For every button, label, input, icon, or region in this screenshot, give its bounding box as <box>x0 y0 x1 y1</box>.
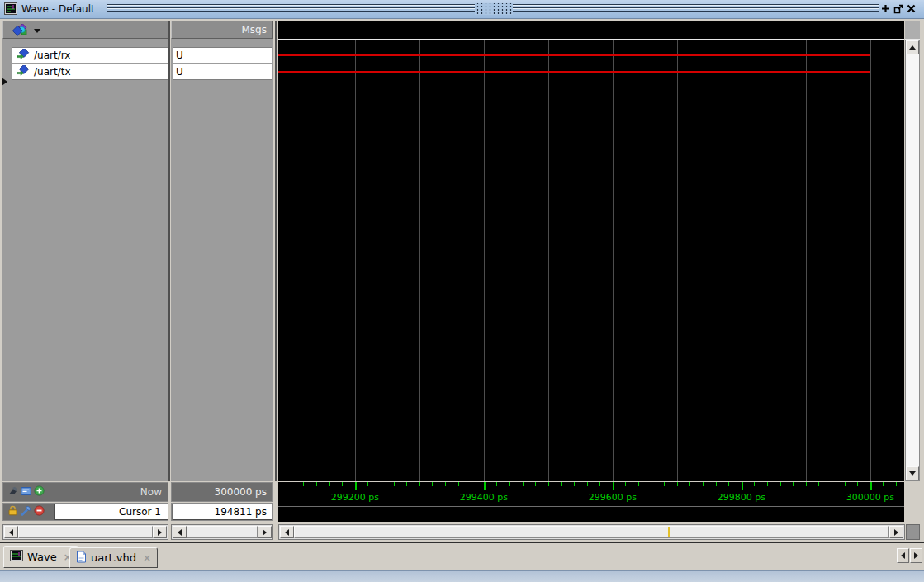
vertical-scrollbar-track[interactable] <box>905 40 920 481</box>
timeline-tick <box>638 482 639 486</box>
left-arrow-icon <box>174 529 182 536</box>
close-button[interactable] <box>906 3 917 14</box>
names-panel <box>2 39 168 481</box>
tab-bar: Wave × uart.vhd × <box>0 542 924 570</box>
down-arrow-icon <box>909 471 916 479</box>
gridline <box>419 40 420 481</box>
signal-row-rx[interactable]: /uart/rx <box>12 47 168 63</box>
dock-button[interactable] <box>880 3 891 14</box>
timeline-tick <box>857 482 858 486</box>
tab-close-icon[interactable]: × <box>143 552 151 564</box>
gridline <box>870 40 871 481</box>
tab-scroll-right-button[interactable] <box>910 548 922 563</box>
scroll-down-button[interactable] <box>906 466 919 480</box>
scrollbar-thumb[interactable] <box>294 526 889 538</box>
undock-button[interactable] <box>893 3 903 14</box>
timeline-tick <box>561 482 562 486</box>
timeline-tick <box>291 482 291 486</box>
edit-cursor-icon[interactable] <box>21 505 31 518</box>
waveform-canvas[interactable] <box>278 21 904 481</box>
signal-value: U <box>176 66 183 78</box>
scroll-right-button[interactable] <box>889 526 903 538</box>
scrollbar-thumb[interactable] <box>187 526 258 538</box>
left-arrow-icon <box>6 529 13 536</box>
timeline-tick-label: 299600 ps <box>589 492 637 503</box>
signal-group-icon <box>12 24 30 37</box>
now-row-names: Now <box>2 482 168 502</box>
timeline-tick <box>432 482 433 486</box>
timeline-tick <box>703 482 704 486</box>
window-icon[interactable] <box>21 486 31 499</box>
scroll-up-button[interactable] <box>906 40 919 54</box>
chevron-down-icon <box>34 29 40 36</box>
cursor-value-cell[interactable]: 194811 ps <box>173 504 272 520</box>
timeline-tick <box>677 482 678 486</box>
timeline-tick-label: 299400 ps <box>460 492 508 503</box>
signal-value-tx[interactable]: U <box>173 64 272 79</box>
wave-horizontal-scrollbar[interactable] <box>278 524 905 540</box>
gridline <box>484 40 485 481</box>
row-divider <box>12 79 168 80</box>
signal-row-tx[interactable]: /uart/tx <box>12 64 168 79</box>
timeline[interactable]: 299200 ps299400 ps299600 ps299800 ps3000… <box>278 482 904 522</box>
timeline-tick <box>883 482 884 486</box>
values-horizontal-scrollbar[interactable] <box>171 524 273 540</box>
timeline-tick <box>652 482 652 486</box>
signal-value-rx[interactable]: U <box>173 47 272 63</box>
scroll-left-button[interactable] <box>4 526 18 538</box>
cursor-row-names: Cursor 1 <box>2 503 168 521</box>
titlebar-grip-handle[interactable] <box>107 4 879 15</box>
right-arrow-icon <box>263 529 270 536</box>
delete-cursor-icon[interactable] <box>34 505 45 518</box>
timeline-tick <box>742 482 743 490</box>
timeline-tick <box>625 482 626 486</box>
scroll-right-button[interactable] <box>258 526 272 538</box>
scroll-left-button[interactable] <box>173 526 187 538</box>
now-value: 300000 ps <box>215 483 268 501</box>
timeline-tick <box>845 482 846 486</box>
lock-cursor-icon[interactable] <box>7 505 18 518</box>
column-divider <box>275 21 277 481</box>
scroll-right-button[interactable] <box>153 526 167 538</box>
signal-diamond-icon <box>17 49 31 62</box>
right-arrow-icon <box>158 529 165 536</box>
names-horizontal-scrollbar[interactable] <box>2 524 168 540</box>
wave-window-icon <box>4 2 17 17</box>
timeline-tick <box>754 482 755 486</box>
add-cursor-icon[interactable] <box>34 485 45 499</box>
timeline-tick <box>394 482 395 486</box>
timeline-tick <box>535 482 536 486</box>
timeline-tick <box>548 482 549 486</box>
signal-unknown-line <box>278 71 870 73</box>
insertion-pointer-icon <box>2 78 7 86</box>
grip-dots <box>475 3 513 15</box>
cursor-value: 194811 ps <box>215 506 268 518</box>
timeline-tick <box>406 482 407 486</box>
timeline-tick <box>767 482 768 486</box>
scrollbar-corner <box>906 524 920 540</box>
tab-wave[interactable]: Wave × <box>3 546 78 568</box>
column-divider <box>168 21 170 481</box>
timeline-tick <box>316 482 317 486</box>
document-icon <box>76 551 87 565</box>
scroll-left-button[interactable] <box>280 526 294 538</box>
gridline <box>806 40 807 481</box>
scrollbar-thumb[interactable] <box>18 526 153 538</box>
signal-group-button[interactable] <box>12 24 40 37</box>
cursor-name-cell[interactable]: Cursor 1 <box>54 504 168 520</box>
tab-scroll-left-button[interactable] <box>897 548 909 563</box>
status-strip <box>0 570 924 582</box>
wave-window: Wave - Default Msgs <box>0 0 924 582</box>
wave-vertical-scrollbar[interactable] <box>905 21 920 481</box>
cursor-position-marker <box>668 527 670 537</box>
now-label: Now <box>140 483 162 501</box>
gridline <box>677 40 678 481</box>
tab-uart-vhd[interactable]: uart.vhd × <box>69 547 158 568</box>
select-tool-icon[interactable] <box>7 486 18 499</box>
tab-label: Wave <box>27 551 57 563</box>
timeline-tick <box>496 482 497 486</box>
signal-unknown-line <box>278 54 870 56</box>
signal-value: U <box>176 50 183 61</box>
timeline-tick <box>355 482 357 490</box>
timeline-tick <box>342 482 343 486</box>
